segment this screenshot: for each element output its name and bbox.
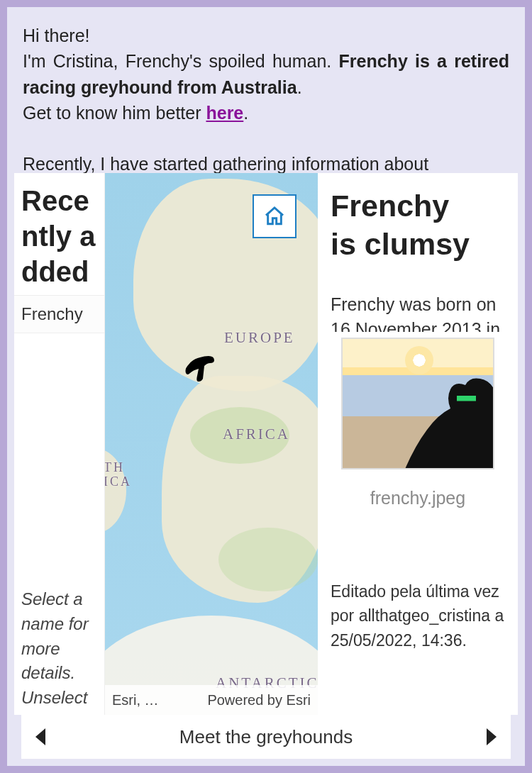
title-line-b: is clumsy: [331, 227, 470, 261]
intro-line2b: .: [297, 77, 302, 97]
nav-next-button[interactable]: [487, 728, 497, 745]
story-nav: Meet the greyhounds: [21, 715, 511, 759]
greyhound-icon: [183, 352, 216, 382]
story-card: Hi there! I'm Cristina, Frenchy's spoile…: [7, 7, 525, 766]
map-label-africa: AFRICA: [223, 426, 290, 443]
map-panel[interactable]: EUROPE AFRICA ANTARCTIC TH ICA Esri, …: [105, 173, 318, 715]
intro-line3a: Get to know him better: [23, 103, 206, 123]
right-body: Frenchy was born on 16 November 2013 in: [331, 292, 505, 332]
map-label-europe: EUROPE: [224, 329, 295, 347]
map-home-button[interactable]: [253, 194, 297, 238]
attachment-thumbnail[interactable]: [341, 338, 494, 469]
sa-b: ICA: [105, 474, 132, 489]
map-marker[interactable]: [183, 352, 216, 382]
here-link[interactable]: here: [206, 103, 243, 123]
title-line-a: Frenchy: [331, 189, 449, 223]
svg-rect-0: [457, 396, 476, 401]
right-title: Frenchy is clumsy: [331, 187, 505, 264]
attachment: frenchy.jpeg: [331, 338, 505, 508]
attribution-left[interactable]: Esri, …: [112, 692, 159, 708]
main-panel: Recently added Frenchy Select a name for…: [14, 173, 518, 715]
home-icon: [263, 205, 286, 228]
list-item[interactable]: Frenchy: [14, 296, 104, 333]
veg-africa-2: [218, 528, 318, 591]
attachment-filename: frenchy.jpeg: [370, 488, 465, 508]
intro-text: Hi there! I'm Cristina, Frenchy's spoile…: [7, 7, 525, 173]
sa-a: TH: [105, 460, 125, 474]
map-attribution: Esri, … Powered by Esri: [105, 685, 318, 715]
attribution-right[interactable]: Powered by Esri: [207, 692, 311, 708]
intro-line2a: I'm Cristina, Frenchy's spoiled human.: [23, 51, 339, 71]
right-panel: Frenchy is clumsy Frenchy was born on 16…: [318, 173, 518, 715]
edit-info: Editado pela última vez por allthatgeo_c…: [331, 579, 505, 653]
left-title: Recently added: [14, 173, 104, 295]
left-hint: Select a name for more details. Unselect: [21, 587, 97, 715]
intro-line3b: .: [243, 103, 248, 123]
nav-prev-button[interactable]: [35, 728, 45, 745]
map-label-sa: TH ICA: [105, 461, 132, 489]
dog-silhouette: [391, 366, 494, 469]
story-section-title: Meet the greyhounds: [179, 726, 353, 748]
recent-list: Frenchy: [14, 295, 104, 333]
intro-line4: Recently, I have started gathering infor…: [23, 154, 428, 173]
intro-greeting: Hi there!: [23, 26, 89, 45]
left-panel: Recently added Frenchy Select a name for…: [14, 173, 105, 715]
